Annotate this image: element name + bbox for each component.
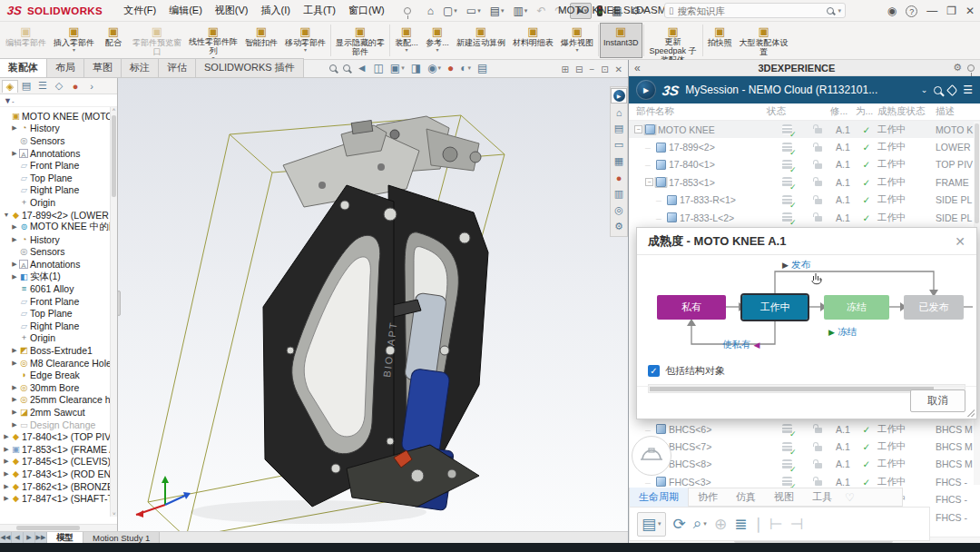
tree-item[interactable]: ≡6061 Alloy [2, 282, 110, 295]
tab-scroll-last-icon[interactable]: ▶▶ [35, 532, 47, 543]
tab-solidworks-插件[interactable]: SOLIDWORKS 插件 [195, 58, 304, 77]
tree-item[interactable]: ▱Top Plane [2, 308, 110, 320]
more-tabs-icon[interactable]: › [83, 81, 100, 92]
ribbon-button--[interactable]: ▣编辑零部件 [2, 23, 50, 58]
tree-item[interactable]: ▶◆17-845<1> (CLEVIS) [2, 456, 110, 468]
panel-tab-仿真[interactable]: 仿真 [727, 488, 765, 507]
tree-expand-arrow-icon[interactable]: ▶ [11, 396, 18, 403]
new-assembly-icon[interactable]: ⊣ [790, 515, 804, 534]
print-icon[interactable]: ▥▾ [510, 4, 532, 18]
tree-item[interactable]: ▶◔History [2, 233, 110, 246]
apply-scene-icon[interactable]: ◐▾ [460, 62, 471, 74]
tree-expand-arrow-icon[interactable]: ▶ [11, 409, 18, 416]
dialog-close-icon[interactable]: ✕ [955, 234, 965, 249]
tab-scroll-prev-icon[interactable]: ◀ [12, 532, 24, 543]
minimize-icon[interactable]: — [926, 5, 937, 17]
design-library-tab-icon[interactable]: ▤ [611, 121, 627, 136]
tag-icon[interactable] [946, 84, 958, 96]
tree-item[interactable]: ▶◎30mm Bore [2, 381, 110, 394]
table-row[interactable]: –17-840<1>A.1✓工作中TOP PIV [629, 156, 980, 173]
tree-item[interactable]: ▶◆17-862<1> (BRONZE I [2, 480, 110, 493]
menu-item[interactable]: 插入(I) [255, 2, 297, 19]
table-row[interactable]: −MOTO KNEEA.1✓工作中MOTO K [629, 121, 980, 138]
panel-tab-工具[interactable]: 工具 [803, 488, 841, 507]
file-explorer-tab-icon[interactable]: ▭ [611, 137, 627, 153]
tree-item[interactable]: ▶◎25mm Clearance h [2, 394, 110, 407]
tab-装配体[interactable]: 装配体 [0, 58, 47, 77]
ribbon-button--[interactable]: ▣配合 [98, 23, 129, 58]
ribbon-button--speedpak-[interactable]: ▣更新 Speedpak 子装配体 [645, 23, 701, 58]
collapse-panel-icon[interactable]: « [634, 62, 641, 74]
table-row[interactable]: –BHCS<6>A.1✓工作中BHCS M [629, 420, 980, 438]
transition-freeze[interactable]: ▶冻结 [828, 326, 857, 339]
tree-item[interactable]: ▣MOTO KNEE (MOTO KNE [2, 110, 110, 123]
expand-collapse-icon[interactable]: − [634, 125, 642, 133]
tree-expand-arrow-icon[interactable]: ▶ [11, 421, 18, 429]
previous-view-icon[interactable]: ◄ [357, 62, 368, 74]
tree-expand-arrow-icon[interactable]: ▶ [11, 124, 18, 132]
search-caret-icon[interactable]: ▾ [838, 7, 841, 15]
tab-评估[interactable]: 评估 [158, 58, 196, 77]
tab-model[interactable]: 模型 [47, 532, 83, 543]
panel-gear-icon[interactable]: ⚙ [953, 62, 962, 74]
search-icon[interactable] [827, 7, 834, 15]
search-input[interactable] [678, 5, 824, 16]
undo-icon[interactable]: ↶ [533, 4, 549, 18]
assistant-avatar[interactable] [632, 436, 671, 476]
tab-草图[interactable]: 草图 [83, 58, 122, 77]
ribbon-button-instant3d[interactable]: ▣Instant3D [600, 23, 642, 58]
state-冻结[interactable]: 冻结 [824, 295, 889, 320]
menu-item[interactable]: 窗口(W) [342, 2, 391, 19]
menu-item[interactable]: 工具(T) [297, 2, 342, 19]
save-to-3dexperience-icon[interactable]: ▤▾ [637, 512, 666, 537]
include-structure-checkbox[interactable]: ✓ [648, 365, 660, 377]
state-私有[interactable]: 私有 [657, 295, 726, 320]
session-dropdown-icon[interactable]: ⌄ [921, 85, 928, 94]
tree-expand-arrow-icon[interactable]: ▶ [11, 261, 18, 268]
tab-标注[interactable]: 标注 [121, 58, 159, 77]
ribbon-button--[interactable]: ▣拍快照 [704, 23, 736, 58]
refresh-from-server-icon[interactable]: ⟳ [673, 515, 686, 534]
panel-splitter-handle[interactable] [117, 291, 121, 316]
display-style-icon[interactable]: ◨ [411, 62, 421, 74]
tab-motion-study[interactable]: Motion Study 1 [83, 532, 160, 543]
favorites-heart-icon[interactable]: ♡ [845, 491, 855, 504]
table-row[interactable]: –17-899<2>A.1✓工作中LOWER [629, 138, 980, 155]
tree-filter-bar[interactable]: ▼- [0, 94, 117, 107]
3dexperience-compass-icon[interactable]: ▶ [636, 80, 656, 100]
tree-expand-arrow-icon[interactable]: ▶ [3, 446, 10, 453]
ribbon-button--[interactable]: ▣插入零部件▾ [50, 23, 98, 58]
tree-item[interactable]: ▶◔History [2, 123, 110, 135]
tree-expand-arrow-icon[interactable]: ▼ [3, 212, 10, 218]
tree-item[interactable]: ◎Sensors [2, 246, 110, 259]
tree-expand-arrow-icon[interactable]: ▶ [11, 384, 18, 391]
ribbon-button--[interactable]: ▣装配...▾ [391, 23, 422, 58]
tree-expand-arrow-icon[interactable]: ▶ [11, 236, 18, 243]
tree-expand-arrow-icon[interactable]: ▶ [11, 223, 18, 231]
tab-scroll-first-icon[interactable]: ◀◀ [0, 532, 12, 543]
tree-item[interactable]: ◗Edge Break [2, 369, 110, 381]
restore-icon[interactable]: ❐ [946, 5, 956, 17]
configurationmanager-tab-icon[interactable]: ☰ [34, 80, 51, 92]
menu-item[interactable]: 编辑(E) [162, 2, 209, 19]
tree-expand-arrow-icon[interactable]: ▶ [11, 360, 18, 367]
save-icon[interactable]: ▤▾ [486, 4, 508, 18]
explore-search-icon[interactable]: ⌕▾ [693, 515, 707, 533]
ribbon-button--[interactable]: ▣线性零部件阵列▾ [185, 23, 241, 58]
table-row[interactable]: –17-833-R<1>A.1✓工作中SIDE PL [629, 192, 980, 209]
table-row[interactable]: −17-853<1>A.1✓工作中FRAME [629, 173, 980, 191]
tree-expand-arrow-icon[interactable]: ▶ [3, 470, 10, 478]
tree-item[interactable]: ▶◆17-840<1> (TOP PIVO [2, 430, 110, 443]
table-row[interactable]: –BHCS<7>A.1✓工作中BHCS M [629, 438, 980, 455]
product-structure-icon[interactable]: ≣ [734, 515, 747, 534]
dimxpertmanager-tab-icon[interactable]: ◇ [51, 80, 67, 92]
edit-appearance-icon[interactable]: ● [447, 62, 454, 74]
tree-item[interactable]: ▶▭Design Change [2, 419, 110, 431]
close-icon[interactable]: ✕ [965, 5, 975, 17]
tree-item[interactable]: ▶◆17-847<1> (SHAFT-TI [2, 492, 110, 505]
tree-expand-arrow-icon[interactable]: ▶ [11, 150, 18, 157]
knowledge-search-box[interactable]: ▯ ▾ [664, 3, 846, 18]
ribbon-button--[interactable]: ▣显示隐藏的零部件 [332, 23, 388, 58]
tree-item[interactable]: ◎Sensors [2, 134, 110, 147]
view-settings-icon[interactable]: ▤ [477, 62, 487, 74]
